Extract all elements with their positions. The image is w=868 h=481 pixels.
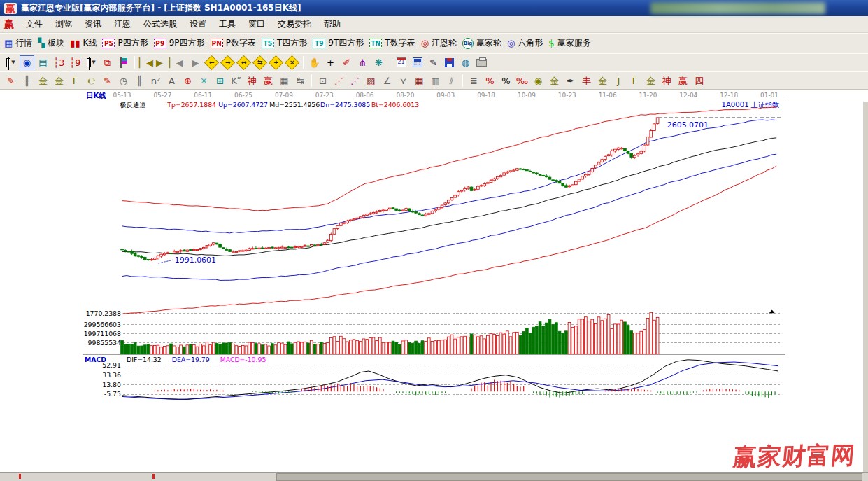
draw-box-button[interactable]: ⊡ [315, 74, 330, 88]
kline-button[interactable]: ▮▮K线 [70, 37, 97, 49]
sectors-button[interactable]: ▚板块 [38, 37, 64, 49]
save-button[interactable] [442, 55, 457, 69]
draw-grid123-button[interactable]: ▦ [277, 74, 292, 88]
hand-tool-button[interactable]: ✋ [307, 55, 322, 69]
draw-circle-cross-button[interactable]: ⊕ [180, 74, 195, 88]
draw-percent-button[interactable]: % [499, 74, 513, 88]
menu-item-settings[interactable]: 设置 [183, 17, 213, 32]
draw-shen-angle-button[interactable]: 神 [660, 74, 674, 88]
draw-si-angle-button[interactable]: 四 [692, 74, 706, 88]
p-square-button[interactable]: PSP四方形 [102, 37, 148, 49]
wave-tool-button[interactable]: ❋ [371, 55, 386, 69]
draw-fan-red-button[interactable]: ⋰ [332, 74, 346, 88]
expand-h-button[interactable]: ↔ [236, 55, 251, 69]
draw-ticks2-button[interactable]: ╫ [132, 74, 147, 88]
kline-style-dropdown[interactable]: ▼ [3, 55, 18, 69]
draw-k-lines-button[interactable]: Kʺ [229, 74, 243, 88]
overlay-stock-button[interactable]: ⧉ [100, 55, 115, 69]
draw-ying-angle-button[interactable]: 赢 [676, 74, 690, 88]
draw-star-web-button[interactable]: ✳ [197, 74, 211, 88]
draw-zigzag-button[interactable]: ⋎ [396, 74, 411, 88]
calendar-button[interactable]: 21 [394, 55, 408, 69]
notes-button[interactable]: ✎ [426, 55, 441, 69]
gann-wheel-button[interactable]: ◎江恩轮 [421, 37, 457, 49]
f10-info-button[interactable]: ▤ [36, 55, 50, 69]
measure-line-button[interactable]: ✐ [339, 55, 354, 69]
draw-gold-angle2-button[interactable]: 金 [643, 74, 658, 88]
next-page-button[interactable]: ▶ [188, 55, 203, 69]
multi-chart-3-button[interactable]: ┆3 [52, 55, 66, 69]
draw-ink-pen-button[interactable]: ✒ [563, 74, 578, 88]
draw-gold-grid2-button[interactable]: 金 [52, 74, 66, 88]
draw-pen2-button[interactable]: ✎ [100, 74, 115, 88]
draw-fan-dark-button[interactable]: ▨ [364, 74, 378, 88]
dynamic-trend-button[interactable]: ◉ [20, 55, 34, 69]
quotes-button[interactable]: ▦行情 [4, 37, 32, 49]
print-button[interactable] [474, 55, 489, 69]
draw-time-clock-button[interactable]: ◷ [116, 74, 131, 88]
draw-f-angle-button[interactable]: F [627, 74, 642, 88]
9t-square-button[interactable]: T99T四方形 [313, 37, 364, 49]
draw-permille-button[interactable]: ‰ [515, 74, 529, 88]
draw-n2-button[interactable]: n² [148, 74, 163, 88]
draw-feng-button[interactable]: 丰 [579, 74, 594, 88]
horizontal-scrollbar-thumb[interactable] [276, 473, 862, 481]
draw-letter-a-button[interactable]: A [164, 74, 179, 88]
draw-span-arrows-button[interactable]: ↹ [293, 74, 308, 88]
hexagon-button[interactable]: ◎六角形 [507, 37, 543, 49]
draw-gold-grid-button[interactable]: 金 [36, 74, 50, 88]
menu-item-trade[interactable]: 交易委托 [271, 17, 318, 32]
draw-grid-ticks-button[interactable]: ╫ [20, 74, 34, 88]
toolbar-separator [311, 74, 312, 87]
9p-square-button[interactable]: P99P四方形 [154, 37, 205, 49]
draw-pen-button[interactable]: ✎ [3, 74, 18, 88]
zoom-out-button[interactable]: × [285, 55, 299, 69]
draw-angle-button[interactable]: ∠ [380, 74, 394, 88]
menu-item-news[interactable]: 资讯 [78, 17, 108, 32]
draw-web-square-button[interactable]: ⊞ [213, 74, 227, 88]
shift-left-button[interactable]: ← [204, 55, 219, 69]
draw-parallel-button[interactable]: ⫽ [444, 74, 459, 88]
calculator-button[interactable] [410, 55, 425, 69]
flag-marker-button[interactable] [116, 55, 131, 69]
multi-chart-9-button[interactable]: ┆9 [68, 55, 83, 69]
winner-wheel-button[interactable]: Big赢家轮 [462, 37, 501, 49]
menu-item-file[interactable]: 文件 [20, 17, 49, 32]
last-page-button[interactable]: ▶▕ [155, 55, 171, 69]
t-number-table-button[interactable]: TNT数字表 [369, 37, 415, 49]
prev-page-button[interactable]: ◀ [172, 55, 187, 69]
draw-shen-button[interactable]: 神 [245, 74, 259, 88]
draw-ying-button[interactable]: 赢 [261, 74, 276, 88]
draw-fan-purple-button[interactable]: ⋰ [348, 74, 362, 88]
chart-canvas[interactable]: 05-1305-2706-1106-2507-0907-2308-0608-20… [0, 90, 868, 473]
title-bar[interactable]: 赢 赢家江恩专业版[赢家内部服务平台] - [上证指数 SH1A0001-165… [0, 0, 868, 16]
vertical-scrollbar[interactable] [862, 102, 868, 472]
draw-j-angle-button[interactable]: J [611, 74, 626, 88]
zoom-in-button[interactable]: + [269, 55, 283, 69]
gann-fork-button[interactable]: ⋔ [355, 55, 370, 69]
compress-h-button[interactable]: ⇆ [252, 55, 267, 69]
draw-dense-grid-button[interactable]: ▦ [412, 74, 427, 88]
draw-percent-line-button[interactable]: % [483, 74, 497, 88]
draw-steps-button[interactable]: ≣ [467, 74, 481, 88]
t-square-button[interactable]: TST四方形 [262, 37, 307, 49]
draw-spiral-button[interactable]: ℮ [84, 74, 99, 88]
crosshair-button[interactable]: + [323, 55, 338, 69]
menu-item-browse[interactable]: 浏览 [49, 17, 78, 32]
p-number-table-button[interactable]: PNP数字表 [211, 37, 256, 49]
candle-period-dropdown[interactable]: ▼ [84, 55, 99, 69]
first-page-button[interactable]: ▏◀ [138, 55, 154, 69]
menu-item-tools[interactable]: 工具 [213, 17, 242, 32]
winner-service-button[interactable]: $赢家服务 [548, 37, 590, 49]
draw-gold-circle-button[interactable]: ◉ [531, 74, 546, 88]
net-export-button[interactable]: ◍ [458, 55, 473, 69]
menu-item-help[interactable]: 帮助 [318, 17, 347, 32]
menu-item-window[interactable]: 窗口 [242, 17, 271, 32]
menu-item-gann[interactable]: 江恩 [108, 17, 137, 32]
draw-dense-grid2-button[interactable]: ▥ [428, 74, 443, 88]
draw-fibo-f-button[interactable]: F [68, 74, 83, 88]
shift-right-button[interactable]: → [220, 55, 235, 69]
draw-gold-angle-button[interactable]: 金 [595, 74, 610, 88]
draw-gold-lines-button[interactable]: 金 [547, 74, 562, 88]
menu-item-formula-stock-pick[interactable]: 公式选股 [137, 17, 183, 32]
